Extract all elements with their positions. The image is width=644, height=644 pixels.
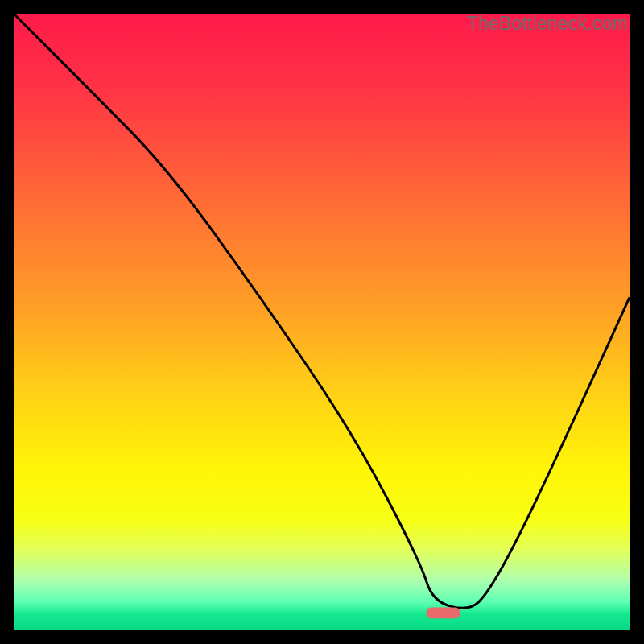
watermark-text: TheBottleneck.com	[467, 13, 628, 35]
optimal-marker	[426, 607, 460, 618]
bottleneck-chart	[14, 14, 630, 630]
chart-frame: TheBottleneck.com	[14, 14, 630, 630]
